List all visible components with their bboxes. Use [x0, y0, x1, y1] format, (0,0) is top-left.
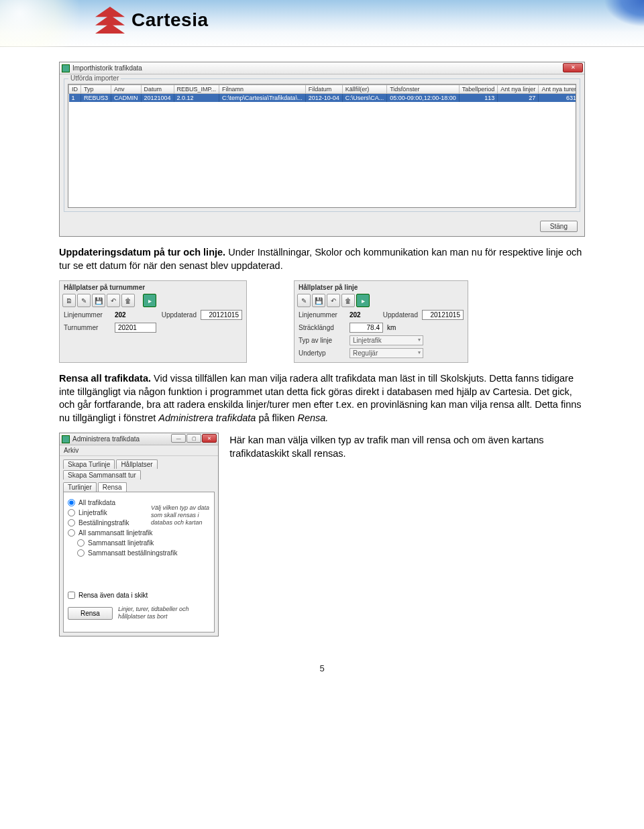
- tab-strip-1: Skapa Turlinje Hållplatser Skapa Sammans…: [60, 456, 218, 480]
- col-header[interactable]: Filnamn: [219, 85, 305, 94]
- tab-skapa-turlinje[interactable]: Skapa Turlinje: [63, 459, 115, 469]
- grid-row[interactable]: 1 REBUS3 CADMIN 20121004 2.0.12 C:\temp\…: [69, 94, 577, 103]
- undo-icon[interactable]: ↶: [107, 294, 120, 307]
- radio-all-trafikdata[interactable]: [68, 499, 75, 506]
- input-turnummer[interactable]: 20201: [115, 323, 156, 333]
- label-turnummer: Turnummer: [64, 324, 111, 331]
- cell: C:\Users\CA...: [342, 94, 387, 103]
- toolbar: ✎ 💾 ↶ 🗑 ▸: [294, 292, 468, 309]
- radio-label: All sammansatt linjetrafik: [78, 529, 153, 537]
- label-linjenummer: Linjenummer: [299, 311, 345, 319]
- menu-arkiv[interactable]: Arkiv: [64, 447, 78, 454]
- checkbox-rensa-skikt[interactable]: [68, 592, 75, 599]
- col-header[interactable]: REBUS_IMP...: [174, 85, 219, 94]
- page-header: Cartesia: [0, 0, 644, 47]
- select-typ[interactable]: Linjetrafik: [350, 335, 423, 345]
- delete-icon[interactable]: 🗑: [341, 294, 355, 307]
- help-text: Välj vilken typ av data som skall rensas…: [151, 504, 218, 526]
- tab-skapa-sammansatt[interactable]: Skapa Sammansatt tur: [63, 470, 141, 480]
- input-uppdaterad[interactable]: 20121015: [201, 310, 242, 320]
- panel-title: Hållplatser på turnummer: [60, 281, 246, 292]
- cell: 2.0.12: [174, 94, 219, 103]
- page-number: 5: [59, 663, 585, 673]
- new-icon[interactable]: 🗎: [62, 294, 76, 307]
- cell: 631: [539, 94, 576, 103]
- edit-icon[interactable]: ✎: [77, 294, 91, 307]
- col-header[interactable]: Datum: [141, 85, 174, 94]
- tab-turlinjer[interactable]: Turlinjer: [63, 482, 97, 492]
- label-uppdaterad: Uppdaterad: [162, 311, 197, 319]
- cell: 1: [69, 94, 81, 103]
- save-icon[interactable]: 💾: [312, 294, 325, 307]
- rensa-button[interactable]: Rensa: [68, 607, 113, 620]
- col-header[interactable]: ID: [69, 85, 81, 94]
- radio-label: Linjetrafik: [78, 509, 107, 516]
- checkbox-label: Rensa även data i skikt: [78, 592, 148, 599]
- edit-icon[interactable]: ✎: [297, 294, 311, 307]
- tab-body-rensa: All trafikdata Linjetrafik Beställningst…: [63, 492, 215, 632]
- unit-km: km: [387, 324, 396, 331]
- logo-text: Cartesia: [131, 9, 209, 31]
- imports-grid[interactable]: ID Typ Anv Datum REBUS_IMP... Filnamn Fi…: [68, 84, 576, 208]
- close-button[interactable]: Stäng: [540, 221, 578, 232]
- window-controls: — ▢ ✕: [171, 434, 217, 443]
- cell: 27: [498, 94, 539, 103]
- undo-icon[interactable]: ↶: [327, 294, 340, 307]
- close-icon[interactable]: ✕: [563, 63, 583, 72]
- label-linjenummer: Linjenummer: [64, 311, 111, 319]
- input-uppdaterad[interactable]: 20121015: [422, 310, 464, 320]
- label-undertyp: Undertyp: [299, 349, 345, 357]
- para-heading: Rensa all trafikdata.: [59, 373, 151, 384]
- panel-stops-line: Hållplatser på linje ✎ 💾 ↶ 🗑 ▸ Linjenumm…: [294, 280, 468, 363]
- logo: Cartesia: [94, 5, 209, 35]
- window-title: Administrera trafikdata: [72, 435, 140, 443]
- col-header[interactable]: Tidsfönster: [387, 85, 460, 94]
- radio-linjetrafik[interactable]: [68, 509, 75, 516]
- col-header[interactable]: Tabellperiod: [459, 85, 498, 94]
- menu-bar: Arkiv: [60, 445, 218, 456]
- cell: 2012-10-04: [305, 94, 342, 103]
- panel-stops-tour: Hållplatser på turnummer 🗎 ✎ 💾 ↶ 🗑 ▸ Lin…: [59, 280, 247, 363]
- radio-label: Sammansatt linjetrafik: [88, 539, 154, 547]
- map-icon[interactable]: ▸: [143, 294, 156, 307]
- app-icon: [62, 435, 70, 443]
- col-header[interactable]: Fildatum: [305, 85, 342, 94]
- para-italic: Administrera trafikdata: [158, 412, 256, 423]
- label-strack: Sträcklängd: [299, 324, 345, 331]
- radio-sammansatt-linje[interactable]: [77, 539, 85, 547]
- tab-rensa[interactable]: Rensa: [98, 482, 127, 492]
- input-strack[interactable]: 78.4: [350, 323, 383, 333]
- groupbox-title: Utförda importer: [68, 74, 121, 82]
- value-linjenummer: 202: [350, 311, 361, 319]
- col-header[interactable]: Typ: [81, 85, 111, 94]
- minimize-icon[interactable]: —: [171, 434, 186, 443]
- radio-all-sammansatt[interactable]: [68, 529, 75, 537]
- col-header[interactable]: Anv: [111, 85, 142, 94]
- select-undertyp[interactable]: Reguljär: [350, 348, 423, 358]
- window-import-history: Importhistorik trafikdata ✕ Utförda impo…: [59, 62, 585, 237]
- save-icon[interactable]: 💾: [92, 294, 105, 307]
- radio-sammansatt-bestallning[interactable]: [77, 549, 85, 557]
- col-header[interactable]: Ant nya turer: [539, 85, 576, 94]
- tab-hallplatser[interactable]: Hållplatser: [116, 459, 157, 469]
- map-icon[interactable]: ▸: [356, 294, 370, 307]
- side-paragraph: Här kan man välja vilken typ av trafik m…: [229, 433, 585, 460]
- cell: 113: [459, 94, 498, 103]
- radio-bestallning[interactable]: [68, 519, 75, 527]
- col-header[interactable]: Källfil(er): [342, 85, 387, 94]
- radio-label: All trafikdata: [78, 499, 115, 506]
- radio-label: Beställningstrafik: [78, 519, 129, 527]
- maximize-icon[interactable]: ▢: [186, 434, 201, 443]
- paragraph-update-date: Uppdateringsdatum på tur och linje. Unde…: [59, 246, 585, 272]
- label-uppdaterad: Uppdaterad: [383, 311, 418, 319]
- close-icon[interactable]: ✕: [202, 434, 217, 443]
- col-header[interactable]: Ant nya linjer: [498, 85, 539, 94]
- delete-icon[interactable]: 🗑: [121, 294, 135, 307]
- header-accent: [604, 0, 644, 27]
- header-glow: [0, 0, 101, 47]
- cell: C:\temp\Cartesia\Trafikdata\...: [219, 94, 305, 103]
- grid-header-row: ID Typ Anv Datum REBUS_IMP... Filnamn Fi…: [69, 85, 577, 94]
- titlebar-import-history: Importhistorik trafikdata ✕: [60, 62, 584, 74]
- para-heading: Uppdateringsdatum på tur och linje.: [59, 247, 225, 258]
- window-admin-trafikdata: Administrera trafikdata — ▢ ✕ Arkiv Skap…: [59, 433, 219, 637]
